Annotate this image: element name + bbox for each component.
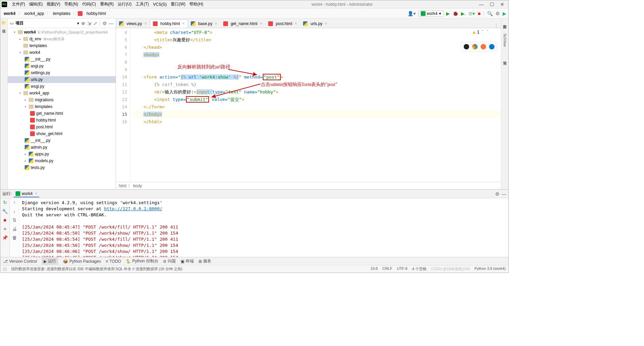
- tree-work4app[interactable]: ▾work4_app: [8, 90, 116, 96]
- search-icon[interactable]: 🔍: [487, 11, 493, 16]
- tab-post[interactable]: post.html×: [265, 19, 300, 28]
- wrap-icon[interactable]: ⇅: [13, 217, 17, 223]
- menu-vcs[interactable]: VCS(S): [151, 1, 169, 7]
- menu-run[interactable]: 运行(U): [116, 1, 134, 8]
- tree-wsgi[interactable]: wsgi.py: [8, 83, 116, 90]
- tree-hobby[interactable]: hobby.html: [8, 117, 116, 124]
- run-hide-icon[interactable]: —: [502, 191, 506, 197]
- close-button[interactable]: ✕: [500, 2, 504, 7]
- menu-window[interactable]: 窗口(W): [169, 1, 187, 8]
- indent[interactable]: 4 个空格: [412, 266, 427, 272]
- terminal-tool-button[interactable]: ▣ 终端: [181, 258, 194, 264]
- menu-view[interactable]: 视图(V): [45, 1, 62, 8]
- run-tool-icon[interactable]: 🔧: [2, 209, 8, 214]
- close-icon[interactable]: ×: [260, 21, 262, 26]
- run-tool-button[interactable]: ▶ 运行: [42, 258, 58, 265]
- menu-help[interactable]: 帮助(H): [187, 1, 205, 8]
- tabs-more-icon[interactable]: ⋮: [491, 23, 501, 28]
- project-tool-tab[interactable]: 📁: [1, 21, 6, 25]
- print-icon[interactable]: 🖨: [12, 226, 17, 232]
- settings-icon[interactable]: ⚙: [496, 11, 500, 16]
- interpreter[interactable]: Python 3.9 (work4): [475, 266, 506, 272]
- tree-app-init[interactable]: __init__.py: [8, 137, 116, 144]
- pin-icon[interactable]: 📌: [2, 235, 8, 240]
- tab-getname[interactable]: get_name.html×: [220, 19, 265, 28]
- stop-button[interactable]: ■: [478, 11, 480, 16]
- tree-tests[interactable]: tests.py: [8, 164, 116, 171]
- up-icon[interactable]: ↑: [13, 200, 16, 205]
- locate-icon[interactable]: ⊕: [81, 21, 85, 26]
- tree-init[interactable]: __init__.py: [8, 56, 116, 63]
- close-icon[interactable]: ×: [182, 21, 185, 26]
- breadcrumb-root[interactable]: work4: [2, 10, 17, 17]
- run-button[interactable]: ▶: [446, 11, 450, 16]
- run-tab-work4[interactable]: work4×: [14, 191, 39, 197]
- vcs-tool-button[interactable]: ⎇ Version Control: [3, 259, 37, 264]
- menu-tools[interactable]: 工具(T): [134, 1, 151, 8]
- pycharm-icon[interactable]: [464, 44, 469, 49]
- tree-templates2[interactable]: ▾templates: [8, 103, 116, 110]
- collapse-icon[interactable]: ⤢: [93, 21, 97, 26]
- maximize-button[interactable]: ☐: [490, 2, 494, 7]
- expand-icon[interactable]: ⇲: [87, 21, 91, 26]
- breadcrumb-templates[interactable]: templates: [51, 10, 72, 17]
- close-icon[interactable]: ×: [144, 21, 147, 26]
- coverage-button[interactable]: ▶.: [461, 11, 466, 16]
- run-gear-icon[interactable]: ⚙: [495, 191, 500, 197]
- debug-button[interactable]: 🐞: [453, 11, 458, 16]
- bc-html[interactable]: html: [119, 183, 127, 188]
- close-icon[interactable]: ×: [295, 21, 297, 26]
- more-icon[interactable]: ▶: [503, 11, 506, 16]
- tree-admin[interactable]: admin.py: [8, 144, 116, 151]
- project-dropdown[interactable]: ▾: [77, 21, 79, 26]
- tab-views[interactable]: views.py×: [116, 19, 150, 28]
- rerun-icon[interactable]: ↻: [3, 200, 7, 205]
- trash-icon[interactable]: 🗑: [12, 235, 17, 240]
- encoding[interactable]: UTF-8: [397, 266, 407, 272]
- minimize-button[interactable]: —: [479, 2, 484, 7]
- gear-icon[interactable]: ⚙: [102, 21, 107, 26]
- sciview-tool-tab[interactable]: SciView: [503, 34, 507, 47]
- packages-tool-button[interactable]: 📦 Python Packages: [63, 259, 101, 264]
- status-indicator-icon[interactable]: ▢: [3, 267, 6, 271]
- tree-showget[interactable]: show_get.html: [8, 130, 116, 137]
- tree-models[interactable]: ▸models.py: [8, 157, 116, 164]
- breadcrumb-file[interactable]: hobby.html: [85, 10, 107, 17]
- server-url-link[interactable]: http://127.0.0.1:8000/: [104, 206, 162, 211]
- inspection-badge[interactable]: ▲1ˆ ˇ: [473, 29, 489, 35]
- tree-work4-pkg[interactable]: ▾work4: [8, 49, 116, 56]
- tab-urls[interactable]: urls.py×: [300, 19, 330, 28]
- console-output[interactable]: Django version 4.2.9, using settings 'wo…: [19, 198, 508, 257]
- tree-apps[interactable]: ▸apps.py: [8, 151, 116, 157]
- bc-body[interactable]: body: [133, 183, 142, 188]
- menu-refactor[interactable]: 重构(R): [98, 1, 116, 8]
- close-icon[interactable]: ×: [215, 21, 217, 26]
- menu-nav[interactable]: 导航(N): [62, 1, 80, 8]
- breadcrumb-app[interactable]: work4_app: [23, 10, 46, 17]
- tree-djenv[interactable]: ▸dj_envlibrary根目录: [8, 36, 116, 42]
- problems-tool-button[interactable]: ⊘ 问题: [163, 258, 176, 264]
- todo-tool-button[interactable]: ≡ TODO: [106, 259, 121, 264]
- line-sep[interactable]: CRLF: [383, 266, 392, 272]
- tree-migrations[interactable]: ▸migrations: [8, 96, 116, 103]
- project-dropdown-icon[interactable]: ▭: [10, 21, 14, 26]
- tree-getname[interactable]: get_name.html: [8, 110, 116, 117]
- tree-asgi[interactable]: asgi.py: [8, 63, 116, 69]
- services-tool-button[interactable]: ⊞ 服务: [199, 258, 211, 264]
- menu-file[interactable]: 文件(F): [10, 1, 27, 8]
- run-config-selector[interactable]: work4 ▾: [418, 10, 443, 17]
- menu-edit[interactable]: 编辑(E): [27, 1, 45, 8]
- tree-root[interactable]: ▾work4E:\Python\Python_Django\2_project\…: [8, 29, 116, 36]
- pyconsole-tool-button[interactable]: 🐍 Python 控制台: [126, 258, 158, 264]
- tree-settings[interactable]: settings.py: [8, 69, 116, 76]
- project-tree[interactable]: ▾work4E:\Python\Python_Django\2_project\…: [8, 28, 116, 189]
- hide-panel-icon[interactable]: —: [109, 21, 114, 26]
- tab-base[interactable]: base.py×: [188, 19, 220, 28]
- chrome-icon[interactable]: [472, 44, 478, 49]
- editor[interactable]: 45678910111213141516 <meta charset="UTF-…: [116, 28, 501, 182]
- tree-templates-root[interactable]: templates: [8, 42, 116, 49]
- status-message[interactable]: 找到数据库连接形参: 连接到数据库以在 IDE 中编辑数据并使用 SQL 补全 …: [11, 266, 182, 272]
- stop-icon[interactable]: ■: [3, 217, 6, 223]
- menu-code[interactable]: 代码(C): [80, 1, 98, 8]
- down-icon[interactable]: ↓: [13, 209, 16, 214]
